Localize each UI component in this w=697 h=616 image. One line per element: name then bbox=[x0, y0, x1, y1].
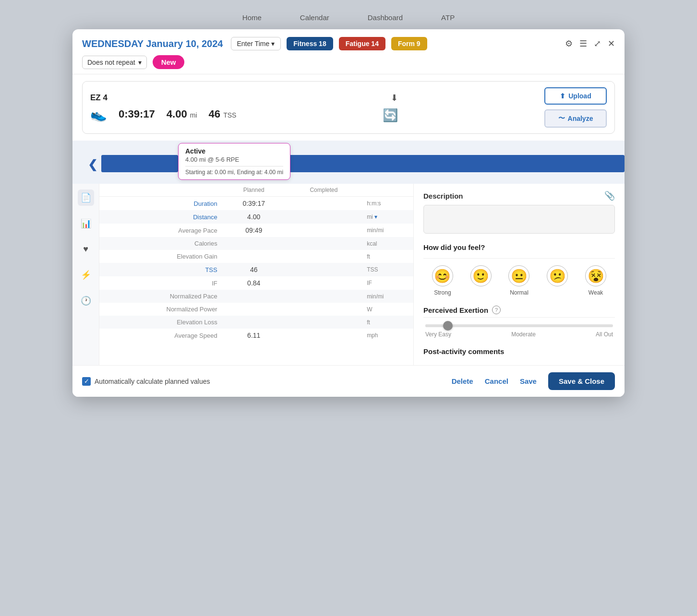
expand-icon[interactable]: ⤢ bbox=[594, 38, 601, 49]
settings-icon[interactable]: ⚙ bbox=[565, 38, 573, 49]
feel-emoji: 😵 bbox=[585, 265, 606, 286]
stat-completed-value[interactable] bbox=[285, 329, 363, 342]
save-button[interactable]: Save bbox=[520, 377, 537, 385]
stat-planned-value[interactable] bbox=[223, 237, 285, 250]
stat-completed-value[interactable] bbox=[285, 210, 363, 224]
sync-icon[interactable]: 🔄 bbox=[383, 108, 398, 123]
feel-title: How did you feel? bbox=[423, 243, 615, 251]
sidebar-clock-icon[interactable]: 🕐 bbox=[78, 293, 94, 309]
workout-chart[interactable]: ❮ Active 4.00 mi @ 5-6 RPE Starting at: … bbox=[72, 141, 625, 184]
slider-min-label: Very Easy bbox=[425, 331, 451, 338]
auto-calc-checkbox[interactable]: ✓ bbox=[82, 377, 91, 386]
stat-label[interactable]: Duration bbox=[99, 197, 223, 211]
workout-stats: 👟 0:39:17 4.00 mi 46 TSS bbox=[90, 107, 236, 122]
description-section: Description 📎 bbox=[423, 190, 615, 236]
stats-table: Planned Completed Duration0:39:17h:m:sDi… bbox=[99, 184, 413, 342]
nav-calendar[interactable]: Calendar bbox=[300, 13, 329, 22]
main-content: 📄 📊 ♥ ⚡ 🕐 Planned Completed bbox=[72, 184, 625, 365]
sidebar-chart-icon[interactable]: 📊 bbox=[78, 215, 94, 232]
close-icon[interactable]: ✕ bbox=[608, 38, 615, 49]
delete-button[interactable]: Delete bbox=[452, 377, 473, 385]
header-row-main: WEDNESDAY January 10, 2024 Enter Time ▾ … bbox=[82, 37, 615, 50]
description-textarea[interactable] bbox=[423, 205, 615, 234]
form-badge: Form 9 bbox=[391, 37, 427, 50]
stat-planned-value[interactable]: 0:39:17 bbox=[223, 197, 285, 211]
stat-planned-value[interactable]: 4.00 bbox=[223, 210, 285, 224]
stat-planned-value[interactable]: 6.11 bbox=[223, 329, 285, 342]
sidebar-heart-icon[interactable]: ♥ bbox=[80, 241, 91, 257]
repeat-dropdown[interactable]: Does not repeat ▾ bbox=[82, 56, 147, 69]
feel-label: Normal bbox=[510, 289, 529, 296]
stat-unit: W bbox=[363, 303, 413, 316]
stat-planned-value[interactable] bbox=[223, 303, 285, 316]
analyze-icon: 〜 bbox=[558, 114, 565, 123]
stat-completed-value[interactable] bbox=[285, 237, 363, 250]
chart-chevron-left[interactable]: ❮ bbox=[88, 158, 97, 171]
slider-thumb[interactable] bbox=[443, 321, 453, 331]
stat-planned-value[interactable] bbox=[223, 290, 285, 303]
stat-planned-value[interactable]: 0.84 bbox=[223, 276, 285, 290]
upload-button[interactable]: ⬆ Upload bbox=[544, 87, 607, 105]
table-row: Elevation Lossft bbox=[99, 316, 413, 329]
stat-planned-value[interactable] bbox=[223, 316, 285, 329]
workout-date: WEDNESDAY January 10, 2024 bbox=[82, 38, 223, 49]
stat-unit: mi ▾ bbox=[363, 210, 413, 224]
stat-unit: min/mi bbox=[363, 224, 413, 237]
analyze-button[interactable]: 〜 Analyze bbox=[544, 109, 607, 128]
feel-option-0[interactable]: 😊Strong bbox=[432, 265, 453, 296]
nav-home[interactable]: Home bbox=[242, 13, 262, 22]
table-row: Calorieskcal bbox=[99, 237, 413, 250]
stat-completed-value[interactable] bbox=[285, 263, 363, 276]
stat-completed-value[interactable] bbox=[285, 303, 363, 316]
sidebar-doc-icon[interactable]: 📄 bbox=[78, 190, 94, 206]
feel-option-2[interactable]: 😐Normal bbox=[508, 265, 529, 296]
stat-label: IF bbox=[99, 276, 223, 290]
feel-option-3[interactable]: 😕 bbox=[547, 265, 568, 296]
stat-unit: mph bbox=[363, 329, 413, 342]
stat-label[interactable]: TSS bbox=[99, 263, 223, 276]
auto-calc-label: Automatically calculate planned values bbox=[95, 378, 210, 385]
perceived-title: Perceived Exertion bbox=[423, 306, 488, 314]
feel-emoji: 🙂 bbox=[470, 265, 492, 286]
enter-time-button[interactable]: Enter Time ▾ bbox=[231, 37, 281, 50]
slider-track[interactable] bbox=[425, 324, 613, 327]
stat-completed-value[interactable] bbox=[285, 250, 363, 263]
table-row: Distance4.00mi ▾ bbox=[99, 210, 413, 224]
stat-label: Average Pace bbox=[99, 224, 223, 237]
feel-option-4[interactable]: 😵Weak bbox=[585, 265, 606, 296]
workout-distance: 4.00 mi bbox=[167, 108, 197, 120]
sidebar-lightning-icon[interactable]: ⚡ bbox=[78, 267, 94, 283]
attachment-icon[interactable]: 📎 bbox=[604, 190, 615, 201]
workout-name: EZ 4 bbox=[90, 93, 236, 103]
chart-tooltip: Active 4.00 mi @ 5-6 RPE Starting at: 0.… bbox=[178, 143, 290, 180]
stat-planned-value[interactable]: 09:49 bbox=[223, 224, 285, 237]
stat-completed-value[interactable] bbox=[285, 316, 363, 329]
modal-footer: ✓ Automatically calculate planned values… bbox=[72, 365, 625, 397]
nav-atp[interactable]: ATP bbox=[441, 13, 455, 22]
stat-completed-value[interactable] bbox=[285, 276, 363, 290]
stat-label[interactable]: Distance bbox=[99, 210, 223, 224]
stat-unit: TSS bbox=[363, 263, 413, 276]
stat-completed-value[interactable] bbox=[285, 224, 363, 237]
stat-planned-value[interactable]: 46 bbox=[223, 263, 285, 276]
stat-planned-value[interactable] bbox=[223, 250, 285, 263]
post-comments-section: Post-activity comments bbox=[423, 347, 615, 355]
stat-completed-value[interactable] bbox=[285, 197, 363, 211]
feel-option-1[interactable]: 🙂 bbox=[470, 265, 492, 296]
feel-options: 😊Strong🙂😐Normal😕😵Weak bbox=[423, 265, 615, 296]
workout-duration: 0:39:17 bbox=[119, 108, 155, 120]
stat-label: Calories bbox=[99, 237, 223, 250]
table-row: Elevation Gainft bbox=[99, 250, 413, 263]
workout-modal: WEDNESDAY January 10, 2024 Enter Time ▾ … bbox=[72, 29, 625, 397]
feel-emoji: 😊 bbox=[432, 265, 453, 286]
cancel-button[interactable]: Cancel bbox=[485, 377, 508, 385]
feel-emoji: 😕 bbox=[547, 265, 568, 286]
nav-dashboard[interactable]: Dashboard bbox=[368, 13, 403, 22]
save-close-button[interactable]: Save & Close bbox=[548, 372, 615, 390]
stat-completed-value[interactable] bbox=[285, 290, 363, 303]
menu-icon[interactable]: ☰ bbox=[579, 38, 587, 49]
download-icon[interactable]: ⬇ bbox=[391, 93, 398, 103]
col-completed: Completed bbox=[285, 184, 363, 197]
help-icon[interactable]: ? bbox=[492, 306, 501, 314]
table-row: Average Pace09:49min/mi bbox=[99, 224, 413, 237]
